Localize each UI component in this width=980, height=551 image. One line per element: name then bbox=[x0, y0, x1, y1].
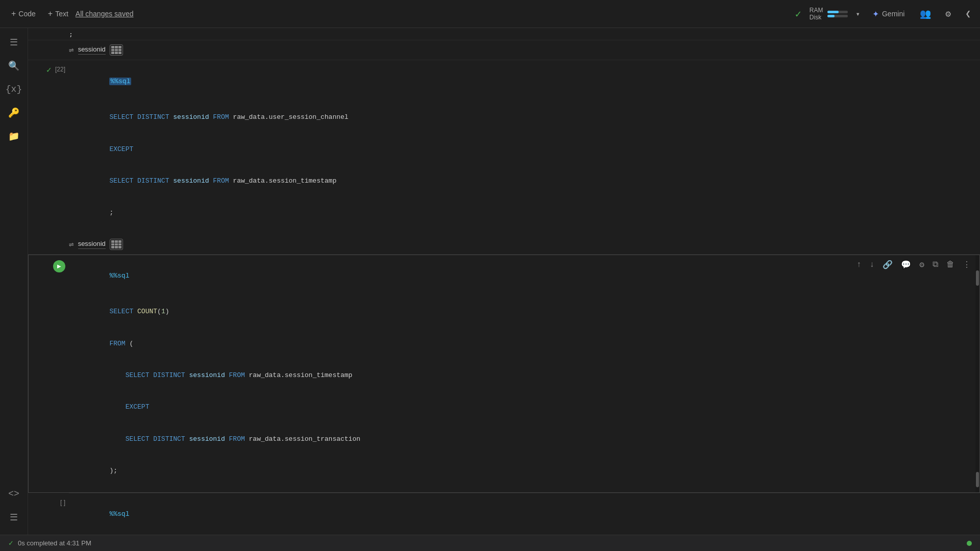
ram-disk-indicator: RAM Disk bbox=[810, 7, 848, 21]
add-code-label: Code bbox=[18, 10, 35, 18]
semicolon-above: ; bbox=[69, 30, 73, 38]
comment-button[interactable]: 💬 bbox=[898, 258, 914, 271]
save-status[interactable]: All changes saved bbox=[76, 10, 134, 18]
tbl-cell bbox=[115, 246, 118, 248]
tbl-cell bbox=[115, 243, 118, 246]
main-content: ; ⇌ sessionid ✓ [22] bbox=[28, 28, 980, 551]
tbl-cell bbox=[111, 240, 114, 243]
active-line-2: FROM ( bbox=[78, 328, 971, 360]
tbl-cell bbox=[115, 240, 118, 243]
executed-check-icon: ✓ bbox=[46, 66, 52, 74]
cell-number-empty: [ ] bbox=[60, 499, 65, 506]
tbl-cell bbox=[118, 240, 121, 243]
tbl-cell bbox=[111, 52, 114, 54]
copy-cell-button[interactable]: ⧉ bbox=[930, 258, 941, 271]
code-line-22-2: EXCEPT bbox=[78, 134, 971, 165]
cell-scrollbar[interactable] bbox=[975, 255, 979, 492]
ram-label: RAM bbox=[810, 7, 823, 14]
sidebar-menu-icon[interactable]: ☰ bbox=[4, 32, 24, 53]
tbl-cell bbox=[118, 246, 121, 248]
toolbar-right: ✓ RAM Disk ▾ ✦ Gemini 👥 ⚙ ❮ bbox=[795, 5, 974, 22]
plus-icon: + bbox=[11, 9, 16, 18]
delete-cell-button[interactable]: 🗑 bbox=[944, 258, 957, 271]
gemini-button[interactable]: ✦ Gemini bbox=[868, 7, 909, 21]
run-button[interactable]: ▶ bbox=[53, 260, 65, 272]
tbl-cell bbox=[111, 243, 114, 246]
status-dot bbox=[967, 541, 972, 546]
status-bar: ✓ 0s completed at 4:31 PM bbox=[0, 535, 980, 551]
sidebar-variables-icon[interactable]: {x} bbox=[4, 79, 24, 99]
tbl-cell bbox=[111, 46, 114, 48]
cell-settings-button[interactable]: ⚙ bbox=[917, 258, 927, 271]
sidebar-search-icon[interactable]: 🔍 bbox=[4, 56, 24, 76]
tbl-cell bbox=[118, 46, 121, 48]
cell-number-22: [22] bbox=[55, 66, 65, 73]
add-text-button[interactable]: + Text bbox=[43, 6, 74, 21]
cell-above-partial: ; bbox=[28, 28, 980, 40]
top-toolbar: + Code + Text All changes saved ✓ RAM Di… bbox=[0, 0, 980, 28]
tbl-cell bbox=[111, 49, 114, 52]
code-cell-22: ✓ [22] %%sql SELECT DISTINCT sessionid F… bbox=[28, 60, 980, 235]
table-view-icon-1[interactable] bbox=[110, 44, 123, 56]
cell-body-22[interactable]: %%sql SELECT DISTINCT sessionid FROM raw… bbox=[69, 61, 979, 234]
active-line-3: SELECT DISTINCT sessionid FROM raw_data.… bbox=[78, 360, 971, 391]
tbl-cell bbox=[115, 52, 118, 54]
sidebar-list-icon[interactable]: ☰ bbox=[4, 507, 24, 528]
sidebar-folder-icon[interactable]: 📁 bbox=[4, 126, 24, 146]
tbl-cell bbox=[118, 243, 121, 246]
active-line-6: ); bbox=[78, 455, 971, 487]
sidebar-code-icon[interactable]: <> bbox=[4, 484, 24, 504]
ram-bar-bg bbox=[827, 11, 848, 13]
disk-bar-bg bbox=[827, 15, 848, 17]
tbl-cell bbox=[115, 49, 118, 52]
check-icon: ✓ bbox=[795, 8, 801, 20]
table-view-icon-2[interactable] bbox=[110, 239, 123, 250]
output-controls-1: ⇌ sessionid bbox=[69, 44, 123, 56]
output-controls-2: ⇌ sessionid bbox=[69, 239, 123, 250]
tbl-cell bbox=[118, 49, 121, 52]
magic-cmd-active: %%sql bbox=[109, 272, 129, 280]
output-area-2: ⇌ sessionid bbox=[28, 235, 980, 255]
resource-dropdown[interactable]: ▾ bbox=[856, 10, 860, 18]
col-name-2: sessionid bbox=[78, 240, 106, 249]
ram-bar-fill bbox=[827, 11, 839, 13]
ram-disk-labels: RAM Disk bbox=[810, 7, 823, 21]
magic-cmd-22: %%sql bbox=[109, 78, 131, 85]
users-icon[interactable]: 👥 bbox=[917, 5, 934, 22]
gemini-label: Gemini bbox=[882, 10, 904, 18]
cell-gutter-active: ▶ bbox=[29, 255, 69, 492]
cell-toolbar: ↑ ↓ 🔗 💬 ⚙ ⧉ 🗑 ⋮ bbox=[854, 258, 973, 271]
col-name-1: sessionid bbox=[78, 45, 106, 55]
cell-scrollbar-thumb bbox=[976, 270, 979, 286]
code-line-22-4: ; bbox=[78, 197, 971, 229]
active-line-4: EXCEPT bbox=[78, 392, 971, 423]
disk-label: Disk bbox=[810, 14, 823, 21]
disk-bar-fill bbox=[827, 15, 835, 17]
tbl-cell bbox=[118, 52, 121, 54]
move-down-button[interactable]: ↓ bbox=[867, 259, 877, 271]
transfer-icon-1[interactable]: ⇌ bbox=[69, 45, 74, 55]
add-code-button[interactable]: + Code bbox=[6, 6, 41, 21]
sidebar-key-icon[interactable]: 🔑 bbox=[4, 103, 24, 123]
active-line-5: SELECT DISTINCT sessionid FROM raw_data.… bbox=[78, 423, 971, 455]
cell-gutter-22: ✓ [22] bbox=[29, 61, 69, 234]
collapse-icon[interactable]: ❮ bbox=[962, 5, 974, 22]
more-options-button[interactable]: ⋮ bbox=[960, 258, 973, 271]
settings-icon[interactable]: ⚙ bbox=[942, 5, 954, 22]
status-check-icon: ✓ bbox=[8, 539, 14, 547]
code-cell-active: ↑ ↓ 🔗 💬 ⚙ ⧉ 🗑 ⋮ ▶ %%sql SELECT COUNT(1) … bbox=[28, 255, 980, 493]
add-text-label: Text bbox=[55, 10, 68, 18]
left-sidebar: ☰ 🔍 {x} 🔑 📁 <> ☰ ⬛ bbox=[0, 28, 28, 551]
status-text: 0s completed at 4:31 PM bbox=[18, 539, 91, 547]
magic-line-22: %%sql bbox=[78, 66, 971, 97]
magic-cmd-empty: %%sql bbox=[109, 510, 129, 518]
magic-line-empty: %%sql bbox=[78, 499, 971, 531]
gemini-star-icon: ✦ bbox=[872, 9, 879, 19]
link-button[interactable]: 🔗 bbox=[880, 258, 895, 271]
magic-line-active: %%sql bbox=[78, 260, 971, 292]
cell-body-active[interactable]: %%sql SELECT COUNT(1) FROM ( SELECT DIST… bbox=[69, 255, 979, 492]
transfer-icon-2[interactable]: ⇌ bbox=[69, 239, 74, 249]
toolbar-left: + Code + Text All changes saved bbox=[6, 6, 133, 21]
move-up-button[interactable]: ↑ bbox=[854, 259, 864, 271]
cell-scrollbar-thumb-2 bbox=[976, 472, 979, 487]
